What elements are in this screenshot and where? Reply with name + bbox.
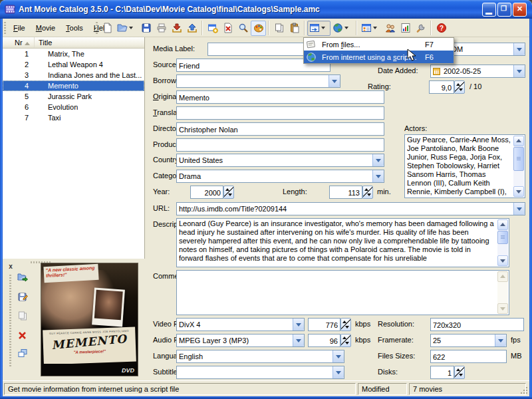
chevron-down-icon[interactable] xyxy=(332,366,344,378)
statistics-button[interactable] xyxy=(398,21,413,36)
translated-title-input[interactable] xyxy=(176,106,384,120)
print-button[interactable] xyxy=(154,21,169,36)
scroll-down-icon[interactable] xyxy=(513,186,524,197)
list-item[interactable]: 6 Evolution xyxy=(3,102,144,112)
chevron-down-icon[interactable] xyxy=(495,334,506,346)
description-scrollbar[interactable] xyxy=(497,219,508,266)
resize-grip[interactable] xyxy=(520,386,528,394)
menu-tools[interactable]: Tools xyxy=(61,21,88,35)
comments-textarea[interactable] xyxy=(176,270,509,315)
list-item[interactable]: 7 Taxi xyxy=(3,112,144,123)
resolution-input[interactable] xyxy=(430,318,524,331)
undock-picture-button[interactable] xyxy=(15,345,31,361)
audio-format-combo[interactable]: MPEG Layer 3 (MP3) xyxy=(176,334,305,347)
picture-panel-gripper-vertical[interactable] xyxy=(9,275,11,366)
length-spinner[interactable] xyxy=(362,186,373,199)
scroll-up-icon[interactable] xyxy=(497,219,508,230)
scroll-down-icon[interactable] xyxy=(497,255,508,266)
copy-button[interactable] xyxy=(271,21,287,36)
subtitles-combo[interactable] xyxy=(176,366,344,379)
director-input[interactable] xyxy=(176,122,384,136)
year-input[interactable] xyxy=(190,186,223,199)
copy-picture-button[interactable] xyxy=(15,308,31,324)
date-added-picker[interactable]: 2002-05-25 xyxy=(430,65,525,78)
rating-spinner[interactable] xyxy=(454,80,465,94)
languages-combo[interactable]: English xyxy=(176,350,344,363)
loans-button[interactable] xyxy=(382,21,398,36)
files-sizes-input[interactable] xyxy=(430,350,507,363)
framerate-combo[interactable]: 25 xyxy=(430,334,507,347)
list-item[interactable]: 3 Indiana Jones and the Last... xyxy=(3,70,144,80)
delete-movie-button[interactable] xyxy=(220,21,235,36)
get-info-dropdown-arrow[interactable] xyxy=(321,27,325,31)
borrower-combo[interactable] xyxy=(176,74,340,88)
import-button[interactable] xyxy=(169,21,184,36)
internet-dropdown-arrow[interactable] xyxy=(344,27,348,31)
open-catalog-button[interactable] xyxy=(115,21,138,36)
save-catalog-button[interactable] xyxy=(138,21,154,36)
chevron-down-icon[interactable] xyxy=(293,319,304,331)
scrollbar-thumb[interactable] xyxy=(497,231,508,244)
delete-picture-button[interactable] xyxy=(15,327,31,343)
audio-bitrate-spinner[interactable] xyxy=(340,334,351,347)
paste-button[interactable] xyxy=(287,21,302,36)
open-dropdown-arrow[interactable] xyxy=(129,27,133,31)
menu-item-from-internet[interactable]: From internet using a script... F6 xyxy=(304,51,454,63)
view-dropdown-arrow[interactable] xyxy=(373,27,377,31)
scroll-up-icon[interactable] xyxy=(513,136,524,146)
list-item[interactable]: 5 Jurassic Park xyxy=(3,91,144,102)
list-item[interactable]: 1 Matrix, The xyxy=(3,49,144,59)
video-format-combo[interactable]: DivX 4 xyxy=(176,318,305,331)
chevron-down-icon[interactable] xyxy=(332,350,344,362)
scrollbar-thumb[interactable] xyxy=(513,147,524,171)
close-button[interactable]: ✕ xyxy=(513,3,527,17)
chevron-down-icon[interactable] xyxy=(513,43,525,55)
preferences-button[interactable] xyxy=(413,21,428,36)
producer-input[interactable] xyxy=(176,138,384,152)
minimize-button[interactable]: ▬ xyxy=(482,3,496,17)
disks-spinner[interactable] xyxy=(454,366,465,379)
titlebar[interactable]: Ant Movie Catalog 3.5.0 - C:\Data\Dev\Mo… xyxy=(0,0,532,19)
menu-item-from-files[interactable]: From files... F7 xyxy=(304,38,454,51)
export-button[interactable] xyxy=(184,21,200,36)
original-title-input[interactable] xyxy=(176,90,384,104)
new-catalog-button[interactable] xyxy=(100,21,115,36)
year-spinner[interactable] xyxy=(223,186,234,199)
picture-panel-close-icon[interactable]: x xyxy=(7,263,15,271)
save-picture-button[interactable] xyxy=(15,289,31,305)
get-information-button[interactable] xyxy=(307,21,331,36)
actors-textarea[interactable]: Guy Pearce, Carrie-Anne Moss, Joe Pantol… xyxy=(404,134,525,198)
column-header-title[interactable]: Title xyxy=(35,37,56,48)
chevron-down-icon[interactable] xyxy=(372,154,384,166)
menu-movie[interactable]: Movie xyxy=(31,21,61,35)
description-textarea[interactable]: Leonard (Guy Pearce) is an insurance inv… xyxy=(176,218,509,267)
add-movie-button[interactable] xyxy=(205,21,220,36)
chevron-down-icon[interactable] xyxy=(329,75,340,87)
country-combo[interactable]: United States xyxy=(176,154,384,167)
search-button[interactable] xyxy=(235,21,251,36)
video-bitrate-spinner[interactable] xyxy=(340,318,351,331)
category-combo[interactable]: Drama xyxy=(176,170,384,183)
list-item-selected[interactable]: 4 Memento xyxy=(3,80,144,91)
length-input[interactable] xyxy=(329,186,362,199)
chevron-down-icon[interactable] xyxy=(293,334,304,346)
view-mode-button[interactable] xyxy=(359,21,382,36)
disks-input[interactable] xyxy=(430,366,454,379)
maximize-button[interactable]: ❐ xyxy=(497,3,511,17)
chevron-down-icon[interactable] xyxy=(372,170,384,182)
toolbar-gripper[interactable] xyxy=(4,22,6,34)
audio-bitrate-input[interactable] xyxy=(308,334,340,347)
chevron-down-icon[interactable] xyxy=(513,65,525,77)
list-item[interactable]: 2 Lethal Weapon 4 xyxy=(3,59,144,70)
help-button[interactable]: ? xyxy=(434,21,449,36)
load-picture-button[interactable] xyxy=(15,269,31,285)
actors-scrollbar[interactable] xyxy=(513,136,524,197)
column-header-nr[interactable]: Nr xyxy=(3,37,35,48)
picture-panel-toggle-button[interactable] xyxy=(251,21,266,36)
chevron-down-icon[interactable] xyxy=(513,203,525,215)
url-combo[interactable]: http://us.imdb.com/Title?0209144 xyxy=(176,202,525,215)
internet-button[interactable] xyxy=(331,21,354,36)
rating-input[interactable] xyxy=(429,80,454,94)
video-bitrate-input[interactable] xyxy=(308,318,340,331)
toolbar-gripper-2[interactable] xyxy=(96,22,98,34)
